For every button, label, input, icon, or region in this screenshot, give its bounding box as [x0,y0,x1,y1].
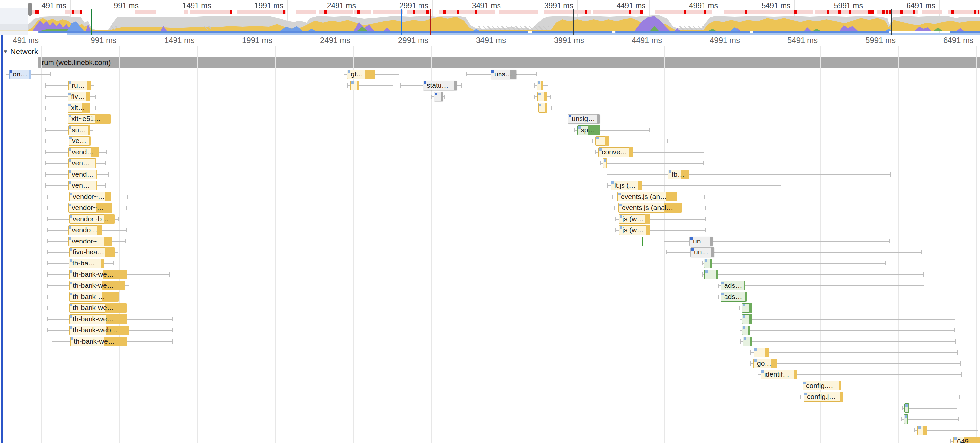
network-request-bar[interactable]: sp… [577,125,600,135]
network-request-bar[interactable]: config.j… [803,392,843,402]
request-whisker-cap [6,72,6,76]
network-request-bar[interactable]: go… [753,359,777,368]
network-flame-chart[interactable]: rum (web.linebk.com) ▼Network on…gt…uns…… [0,46,980,443]
network-request-bar[interactable]: vendor~… [68,237,112,246]
network-request-bar[interactable]: ads… [721,281,746,290]
network-request-bar[interactable] [917,425,927,435]
request-download-segment [710,237,713,246]
ruler-label: 991 ms [49,35,116,45]
network-request-bar[interactable] [904,403,910,413]
network-request-bar[interactable]: th-bank-we… [70,337,127,346]
network-request-bar[interactable]: ven… [68,158,96,168]
network-request-bar[interactable] [742,325,751,335]
network-request-bar[interactable]: th-ba… [69,258,103,268]
network-request-bar[interactable]: unsig… [568,114,600,124]
network-request-bar[interactable]: ru… [68,81,91,90]
network-request-bar[interactable] [538,103,547,113]
priority-corner-icon [721,293,724,295]
network-request-bar[interactable]: fiv… [68,92,89,101]
network-request-bar[interactable]: xlt… [68,103,90,113]
request-whisker-cap [961,373,962,377]
request-whisker-cap [126,228,127,232]
network-request-bar[interactable]: conve… [598,147,633,157]
long-task-red-mark [882,10,885,14]
network-request-bar[interactable]: th-bank-we… [69,281,125,290]
network-request-bar[interactable] [754,348,769,357]
network-request-bar[interactable] [595,136,609,146]
network-request-bar[interactable] [743,337,752,346]
request-whisker-cap [95,106,96,110]
long-task-red-mark [413,10,415,14]
network-request-bar[interactable]: js (w… [619,214,650,224]
long-task-red-mark [640,10,643,14]
network-request-bar[interactable]: vendor~… [69,192,111,201]
long-task-red-mark [868,10,874,14]
network-request-bar[interactable]: ads… [721,292,747,301]
minimap-ruler-label: 5491 ms [725,1,791,11]
cpu-idle-hatch [110,25,117,30]
request-label: xlt~e51… [72,115,101,123]
track-header-network[interactable]: ▼Network [3,47,38,56]
network-request-bar[interactable] [742,314,752,324]
network-request-bar[interactable]: uns… [491,70,516,79]
priority-corner-icon [761,370,764,373]
network-request-bar[interactable]: xlt~e51… [68,114,111,124]
network-request-bar[interactable]: gt… [347,70,375,79]
minimap-ruler-label: 2991 ms [363,1,428,11]
network-request-bar[interactable] [904,414,908,424]
network-request-bar[interactable] [537,92,547,101]
network-request-bar[interactable] [705,270,718,279]
request-whisker-cap [393,83,393,88]
network-request-bar[interactable]: 649 [953,437,980,443]
request-whisker-cap [169,272,170,277]
network-request-bar[interactable]: statu… [423,81,457,90]
network-request-bar[interactable] [603,158,608,168]
timeline-ruler: 491 ms991 ms1491 ms1991 ms2491 ms2991 ms… [0,35,980,46]
network-request-bar[interactable] [434,92,443,101]
network-request-bar[interactable] [704,258,713,268]
request-whisker [52,341,70,342]
network-request-bar[interactable]: vendo… [68,225,102,235]
network-request-bar[interactable]: th-bank-we… [69,303,127,313]
network-request-bar[interactable]: identif… [760,370,797,379]
network-request-bar[interactable]: vend… [68,170,97,179]
minimap-window-handle[interactable] [28,3,32,16]
network-request-bar[interactable]: events.js (anal… [618,203,681,213]
network-request-bar[interactable]: js (w… [619,225,651,235]
network-request-bar[interactable]: un… [689,237,713,246]
network-request-bar[interactable] [742,303,752,313]
network-request-bar[interactable]: th-bank-we… [69,314,127,324]
request-whisker [47,263,69,264]
request-download-segment [744,281,746,290]
network-request-bar[interactable]: vend… [68,147,99,157]
network-request-bar[interactable]: events.js (an… [617,192,677,201]
collapse-triangle-icon[interactable]: ▼ [3,49,8,55]
network-request-bar[interactable]: ve… [68,136,91,146]
network-request-bar[interactable]: ven… [68,181,97,190]
network-request-bar[interactable]: on… [9,70,31,79]
network-request-bar[interactable]: fb… [668,170,689,179]
network-request-bar[interactable] [350,81,360,90]
network-request-bar[interactable]: vendor~b… [69,214,115,224]
network-request-bar[interactable]: vendor~… [68,203,113,213]
priority-corner-icon [620,226,622,229]
timeline-minimap[interactable]: 491 ms991 ms1491 ms1991 ms2491 ms2991 ms… [0,0,980,35]
request-label: events.js (anal… [622,204,673,212]
network-request-bar[interactable]: fivu-hea… [69,247,115,257]
request-whisker-cap [129,284,129,288]
request-label: un… [694,248,708,257]
long-task-red-mark [951,10,954,14]
cpu-idle-hatch [203,25,210,30]
network-request-bar[interactable]: su… [68,125,90,135]
network-request-bar[interactable] [537,81,544,90]
network-request-bar[interactable]: th-bank-we… [69,270,127,279]
long-task-strip [296,10,316,14]
network-request-bar[interactable]: th-bank-web… [69,325,129,335]
network-request-bar[interactable]: config.… [803,381,841,390]
request-whisker-cap [658,117,658,121]
network-request-bar[interactable]: th-bank-… [69,292,119,301]
network-request-bar[interactable]: lt.js (… [611,181,642,190]
request-whisker-cap [118,250,118,254]
network-request-bar[interactable]: un… [690,247,714,257]
request-whisker-cap [885,261,886,266]
